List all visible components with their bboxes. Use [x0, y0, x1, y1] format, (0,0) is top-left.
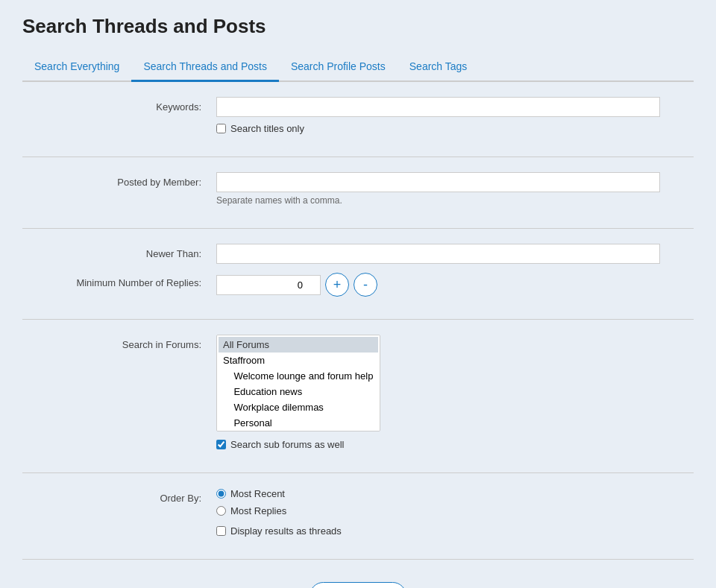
number-input-wrap: + -: [216, 273, 694, 297]
posted-by-section: Posted by Member: Separate names with a …: [22, 157, 694, 229]
search-in-forums-label: Search in Forums:: [22, 335, 216, 350]
min-replies-label: Minimum Number of Replies:: [22, 273, 216, 288]
display-results-row: Display results as threads: [216, 525, 694, 537]
posted-by-hint: Separate names with a comma.: [216, 195, 694, 206]
newer-than-input[interactable]: [216, 244, 660, 264]
forums-row: Search in Forums: All Forums Staffroom W…: [22, 335, 694, 450]
min-replies-control: + -: [216, 273, 694, 297]
form-sections: Keywords: Search titles only Posted by M…: [22, 82, 694, 560]
newer-than-control: [216, 244, 694, 264]
order-by-row: Order By: Most Recent Most Replies: [22, 488, 694, 537]
date-replies-section: Newer Than: Minimum Number of Replies: +…: [22, 229, 694, 320]
decrement-button[interactable]: -: [354, 273, 377, 297]
order-by-label: Order By:: [22, 488, 216, 504]
min-replies-input[interactable]: [216, 275, 321, 295]
most-replies-label: Most Replies: [230, 505, 286, 516]
keywords-control: Search titles only: [216, 97, 694, 134]
forum-option-education[interactable]: Education news: [219, 384, 378, 399]
posted-by-row: Posted by Member: Separate names with a …: [22, 172, 694, 206]
page-container: Search Threads and Posts Search Everythi…: [0, 0, 716, 588]
keywords-input[interactable]: [216, 97, 660, 117]
order-by-control: Most Recent Most Replies Display results…: [216, 488, 694, 537]
most-recent-label: Most Recent: [230, 488, 285, 499]
forum-option-all[interactable]: All Forums: [219, 337, 378, 353]
forum-option-workplace[interactable]: Workplace dilemmas: [219, 399, 378, 415]
increment-button[interactable]: +: [325, 273, 349, 297]
forum-option-welcome[interactable]: Welcome lounge and forum help: [219, 368, 378, 384]
display-results-label: Display results as threads: [230, 525, 342, 537]
forums-control: All Forums Staffroom Welcome lounge and …: [216, 335, 694, 450]
keywords-label: Keywords:: [22, 97, 216, 113]
forums-section: Search in Forums: All Forums Staffroom W…: [22, 320, 694, 473]
forums-select[interactable]: All Forums Staffroom Welcome lounge and …: [216, 335, 380, 431]
page-title: Search Threads and Posts: [22, 15, 694, 38]
display-results-checkbox[interactable]: [216, 526, 226, 536]
keywords-section: Keywords: Search titles only: [22, 82, 694, 157]
search-sub-forums-row: Search sub forums as well: [216, 439, 694, 450]
tab-search-profile-posts[interactable]: Search Profile Posts: [279, 53, 398, 82]
search-titles-only-row: Search titles only: [216, 123, 694, 134]
keywords-row: Keywords: Search titles only: [22, 97, 694, 134]
search-button-wrap: Search: [22, 560, 694, 588]
forum-option-career[interactable]: Career clinic: [219, 431, 378, 431]
search-titles-only-checkbox[interactable]: [216, 124, 226, 133]
tab-search-everything[interactable]: Search Everything: [22, 53, 131, 82]
most-replies-row: Most Replies: [216, 505, 694, 516]
posted-by-label: Posted by Member:: [22, 172, 216, 188]
most-recent-radio[interactable]: [216, 489, 226, 499]
most-recent-row: Most Recent: [216, 488, 694, 499]
order-by-section: Order By: Most Recent Most Replies: [22, 473, 694, 560]
posted-by-input[interactable]: [216, 172, 660, 192]
most-replies-radio[interactable]: [216, 506, 226, 516]
newer-than-row: Newer Than:: [22, 244, 694, 264]
order-by-radio-group: Most Recent Most Replies: [216, 488, 694, 516]
forum-option-personal[interactable]: Personal: [219, 415, 378, 431]
posted-by-control: Separate names with a comma.: [216, 172, 694, 206]
search-button[interactable]: Search: [310, 582, 406, 588]
min-replies-row: Minimum Number of Replies: + -: [22, 273, 694, 297]
search-sub-forums-checkbox[interactable]: [216, 440, 226, 449]
tabs-nav: Search Everything Search Threads and Pos…: [22, 53, 694, 82]
newer-than-label: Newer Than:: [22, 244, 216, 259]
tab-search-tags[interactable]: Search Tags: [398, 53, 480, 82]
forum-option-staffroom[interactable]: Staffroom: [219, 353, 378, 368]
search-titles-only-label: Search titles only: [230, 123, 304, 134]
tab-search-threads-posts[interactable]: Search Threads and Posts: [131, 53, 279, 82]
search-sub-forums-label: Search sub forums as well: [230, 439, 344, 450]
